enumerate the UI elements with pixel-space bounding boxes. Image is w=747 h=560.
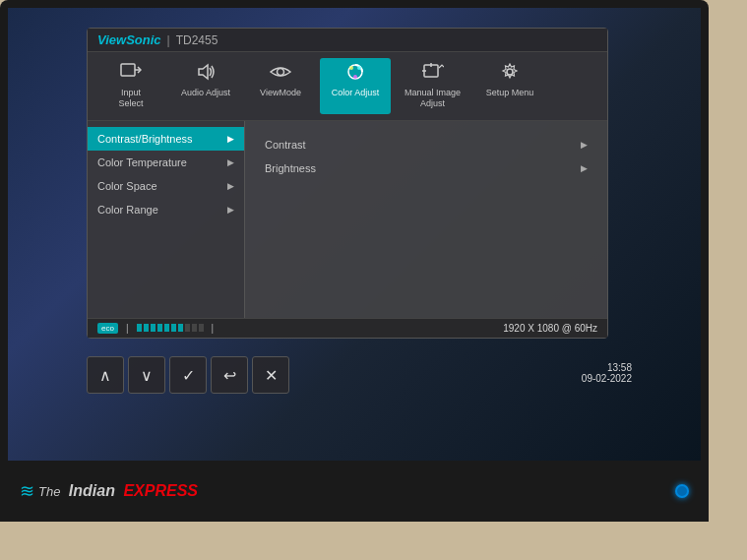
monitor-bezel: ViewSonic | TD2455 InputSelect [0, 0, 709, 522]
model-name: TD2455 [176, 33, 218, 47]
monitor-bottom-bezel: ≋ The Indian EXPRESS [0, 461, 709, 522]
menu-item-label: Color Temperature [97, 156, 187, 168]
svg-rect-0 [121, 64, 135, 76]
menu-item-label: Color Range [97, 204, 158, 216]
brand-separator: | [167, 33, 170, 47]
tab-color-adjust-label: Color Adjust [332, 88, 380, 98]
tab-viewmode[interactable]: ViewMode [245, 58, 316, 114]
manual-image-icon [422, 63, 444, 86]
tab-manual-image-label: Manual ImageAdjust [405, 88, 461, 109]
seg8 [185, 324, 190, 332]
svg-point-11 [507, 69, 513, 75]
menu-item-label: Color Space [97, 180, 157, 192]
sub-item-label: Contrast [265, 139, 306, 151]
left-menu-panel: Contrast/Brightness ▶ Color Temperature … [88, 121, 245, 318]
menu-item-contrast-brightness[interactable]: Contrast/Brightness ▶ [88, 127, 244, 151]
viewmode-icon [270, 63, 291, 86]
menu-item-arrow: ▶ [227, 134, 234, 144]
up-icon: ∧ [99, 366, 111, 385]
svg-point-6 [357, 66, 361, 70]
seg7 [178, 324, 183, 332]
btn-close[interactable]: ✕ [252, 356, 289, 394]
seg9 [192, 324, 197, 332]
seg10 [199, 324, 204, 332]
btn-back[interactable]: ↩ [211, 356, 248, 394]
tab-color-adjust[interactable]: Color Adjust [320, 58, 391, 114]
tab-setup-menu-label: Setup Menu [486, 88, 534, 98]
separator: | [126, 323, 129, 334]
date: 09-02-2022 [582, 373, 632, 384]
status-bar: eco | | 1920 X 1080 @ 60Hz [88, 318, 607, 338]
sub-arrow: ▶ [581, 140, 588, 150]
tab-manual-image[interactable]: Manual ImageAdjust [395, 58, 470, 114]
menu-item-arrow: ▶ [227, 205, 234, 215]
seg1 [137, 324, 142, 332]
close-icon: ✕ [265, 366, 278, 385]
right-menu-panel: Contrast ▶ Brightness ▶ [245, 121, 607, 318]
brand-name: ViewSonic [97, 32, 161, 47]
confirm-icon: ✓ [182, 366, 195, 385]
menu-area: Contrast/Brightness ▶ Color Temperature … [88, 121, 607, 318]
sub-item-label: Brightness [265, 162, 316, 174]
resolution-text: 1920 X 1080 @ 60Hz [503, 323, 597, 334]
color-adjust-icon [344, 63, 366, 86]
osd-menu: ViewSonic | TD2455 InputSelect [87, 28, 608, 339]
audio-adjust-icon [195, 63, 217, 86]
setup-menu-icon [499, 63, 521, 86]
menu-item-label: Contrast/Brightness [97, 133, 193, 145]
btn-down[interactable]: ∨ [128, 356, 165, 394]
seg4 [157, 324, 162, 332]
time: 13:58 [582, 362, 632, 373]
svg-point-3 [278, 69, 284, 76]
logo-icon: ≋ [20, 480, 34, 502]
back-icon: ↩ [223, 366, 236, 385]
seg3 [151, 324, 156, 332]
btn-up[interactable]: ∧ [87, 356, 124, 394]
separator2: | [212, 323, 215, 334]
tab-viewmode-label: ViewMode [260, 88, 301, 98]
sub-item-brightness[interactable]: Brightness ▶ [265, 156, 588, 180]
sub-arrow: ▶ [581, 163, 588, 173]
menu-item-arrow: ▶ [227, 157, 234, 167]
tab-setup-menu[interactable]: Setup Menu [474, 58, 545, 114]
tab-input-select[interactable]: InputSelect [95, 58, 166, 114]
sub-item-contrast[interactable]: Contrast ▶ [265, 133, 588, 156]
menu-item-color-space[interactable]: Color Space ▶ [88, 174, 244, 198]
tab-input-select-label: InputSelect [118, 88, 143, 109]
brightness-bar [137, 324, 204, 332]
tab-audio-adjust-label: Audio Adjust [181, 88, 230, 98]
osd-header: ViewSonic | TD2455 [88, 29, 607, 52]
power-button[interactable] [675, 484, 689, 498]
tab-audio-adjust[interactable]: Audio Adjust [170, 58, 241, 114]
seg6 [171, 324, 176, 332]
eco-badge: eco [97, 323, 118, 334]
screen: ViewSonic | TD2455 InputSelect [8, 8, 701, 461]
svg-marker-2 [199, 65, 208, 79]
logo-indian: Indian [64, 482, 115, 500]
seg2 [144, 324, 149, 332]
datetime: 13:58 09-02-2022 [582, 362, 632, 384]
control-bar: ∧ ∨ ✓ ↩ ✕ [87, 356, 289, 394]
input-select-icon [120, 63, 142, 86]
menu-item-color-temp[interactable]: Color Temperature ▶ [88, 151, 244, 174]
svg-point-5 [349, 66, 353, 70]
svg-point-7 [353, 75, 357, 79]
logo-express: EXPRESS [119, 482, 198, 500]
logo-the: The [38, 484, 60, 499]
nav-tabs: InputSelect Audio Adjust [88, 52, 607, 121]
menu-item-color-range[interactable]: Color Range ▶ [88, 198, 244, 221]
btn-confirm[interactable]: ✓ [169, 356, 207, 394]
seg5 [164, 324, 169, 332]
menu-item-arrow: ▶ [227, 181, 234, 191]
down-icon: ∨ [141, 366, 153, 385]
bottom-brand: ≋ The Indian EXPRESS [20, 480, 198, 502]
